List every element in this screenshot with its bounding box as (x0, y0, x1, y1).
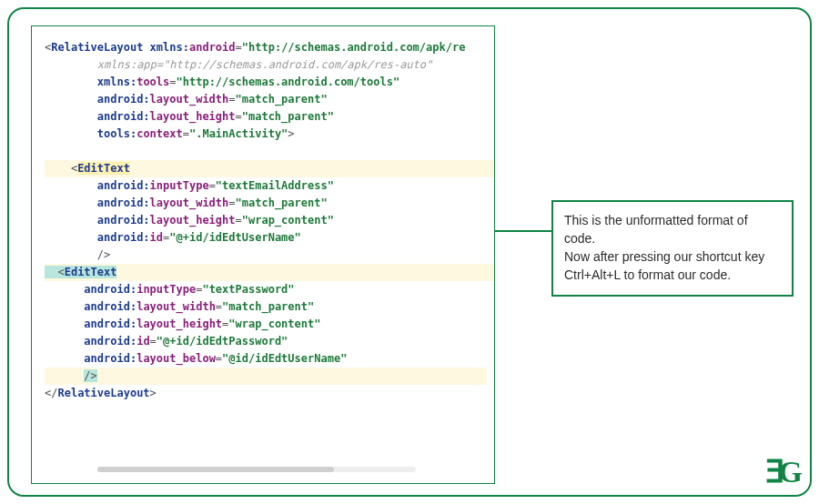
code-token: = (236, 214, 242, 227)
callout-text-line: Now after pressing our shortcut key (564, 247, 781, 266)
code-token: android: (97, 93, 150, 106)
code-token: "http://schemas.android.com/tools" (177, 76, 400, 88)
code-token: id (150, 231, 163, 244)
code-token: </ (45, 387, 57, 399)
code-token: = (216, 300, 222, 313)
code-token: e (459, 41, 465, 54)
geeksforgeeks-logo: ƎG (765, 453, 797, 489)
code-token: > (288, 127, 294, 140)
code-token (45, 58, 97, 71)
code-token: xmlns: (150, 41, 189, 54)
code-line: android:hint="Enter User Name" (487, 160, 495, 177)
code-token: id (136, 335, 149, 348)
callout-connector (495, 230, 551, 232)
code-token (45, 179, 97, 192)
code-line: android:inputType="textPassword" (45, 281, 487, 298)
code-token: = (169, 76, 176, 88)
code-panel: <RelativeLayout xmlns:android="http://sc… (31, 25, 495, 484)
code-token: RelativeLayout (57, 387, 149, 399)
code-token: xmlns:app="http://schemas.android.com/ap… (97, 58, 432, 71)
code-token: ".MainActivity" (189, 127, 288, 140)
code-token: android: (97, 197, 150, 209)
code-token: layout_height (136, 318, 222, 330)
code-token: xmlns: (97, 76, 136, 88)
code-token (45, 93, 97, 106)
code-token: EditText (77, 162, 130, 175)
code-token: = (228, 93, 235, 106)
code-token: = (216, 352, 222, 365)
code-token: = (236, 41, 242, 54)
code-token: "match_parent" (236, 93, 328, 106)
code-line: /> (45, 368, 487, 385)
callout-text-line: This is the unformatted format of code. (564, 211, 781, 247)
code-token: < (45, 266, 65, 278)
code-token: android: (84, 300, 136, 313)
code-token: android (189, 41, 236, 54)
callout-text-line: Ctrl+Alt+L to format our code. (564, 266, 781, 284)
code-token: EditText (65, 266, 117, 278)
code-token (45, 369, 84, 382)
code-line: xmlns:app="http://schemas.android.com/ap… (45, 56, 487, 74)
code-token: layout_height (150, 214, 236, 227)
code-token (45, 214, 97, 227)
code-token: "textPassword" (202, 283, 294, 296)
code-token: = (236, 110, 242, 123)
code-token: layout_width (136, 300, 216, 313)
code-token: layout_below (136, 352, 216, 365)
code-token: "match_parent" (236, 197, 328, 209)
code-line: </RelativeLayout> (45, 385, 487, 402)
code-token: "textEmailAddress" (216, 179, 334, 192)
code-token: "@+id/idEdtPassword" (157, 335, 288, 348)
code-token: "wrap_content" (228, 318, 320, 330)
code-line: android:layout_width="match_parent" (45, 91, 487, 108)
code-token: layout_height (150, 110, 236, 123)
code-token (45, 352, 84, 365)
code-token (487, 162, 495, 175)
code-token (45, 300, 84, 313)
code-line: android:inputType="textEmailAddress" (45, 177, 487, 195)
code-token: android: (97, 179, 150, 192)
code-token: android: (97, 231, 150, 244)
code-line: android:layout_width="match_parent" (45, 298, 487, 316)
code-token (45, 231, 97, 244)
code-token: "wrap_content" (242, 214, 334, 227)
code-line: android:layout_width="match_parent" (45, 195, 487, 212)
code-token (45, 76, 97, 88)
code-token: android: (84, 335, 136, 348)
code-line: xmlns:tools="http://schemas.android.com/… (45, 74, 487, 91)
code-line: android:layout_height="match_parent" (45, 108, 487, 126)
code-line: android:layout_below="@id/idEdtUserName" (45, 350, 487, 368)
code-line: android:layout_height="wrap_content" (45, 316, 487, 333)
code-token (487, 266, 495, 278)
code-token (45, 110, 97, 123)
code-line: <EditText (45, 160, 487, 177)
code-token: "match_parent" (242, 110, 334, 123)
code-token: = (150, 335, 157, 348)
code-line: android:id="@+id/idEdtPassword" (45, 333, 487, 350)
code-token: inputType (150, 179, 209, 192)
code-token: layout_width (150, 93, 229, 106)
code-token: android: (84, 318, 136, 330)
code-line: <EditText (45, 264, 487, 281)
code-line (45, 143, 487, 160)
code-token: android: (84, 352, 136, 365)
code-line: tools:context=".MainActivity"> (45, 126, 487, 143)
code-token: android: (97, 110, 150, 123)
code-line: android:id="@+id/idEdtUserName" (45, 229, 487, 247)
horizontal-scrollbar[interactable] (97, 467, 416, 472)
code-token (45, 335, 84, 348)
code-token: > (150, 387, 157, 399)
code-token (45, 197, 97, 209)
code-token: "match_parent" (222, 300, 314, 313)
code-token: "@id/idEdtUserName" (222, 352, 347, 365)
code-token: layout_width (150, 197, 229, 209)
document-frame: <RelativeLayout xmlns:android="http://sc… (7, 7, 812, 497)
code-line: /> (45, 247, 487, 264)
code-token: android: (84, 283, 136, 296)
code-line: android:hint="Enter Password" (487, 264, 495, 281)
code-token: "@+id/idEdtUserName" (169, 231, 301, 244)
code-token (45, 283, 84, 296)
callout-box: This is the unformatted format of code. … (551, 200, 794, 297)
code-token: RelativeLayout (51, 41, 149, 54)
scrollbar-thumb[interactable] (97, 467, 334, 472)
